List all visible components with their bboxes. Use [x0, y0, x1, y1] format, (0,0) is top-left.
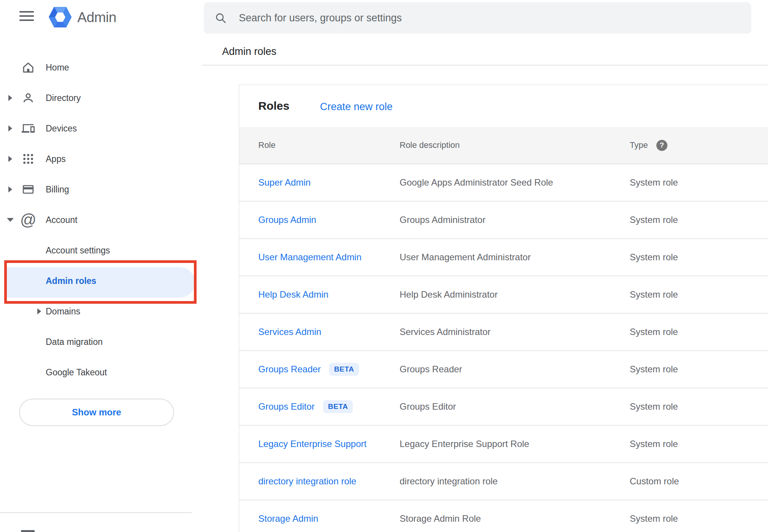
- sidebar-item-label: Devices: [46, 123, 77, 134]
- role-description: Legacy Enterprise Support Role: [400, 439, 630, 449]
- sidebar-item-label: Admin roles: [46, 276, 96, 286]
- table-row: directory integration role directory int…: [239, 463, 768, 500]
- role-link[interactable]: Help Desk Admin: [258, 289, 328, 300]
- cutoff-bottom-icon: [21, 530, 35, 532]
- role-description: directory integration role: [400, 476, 630, 487]
- role-type: System role: [630, 252, 768, 263]
- role-description: Services Administrator: [400, 327, 630, 337]
- table-row: Super Admin Google Apps Administrator Se…: [239, 164, 768, 202]
- role-type: System role: [630, 327, 768, 337]
- search-icon: [214, 12, 227, 24]
- role-type: System role: [630, 289, 768, 300]
- table-row: Help Desk Admin Help Desk Administrator …: [239, 276, 768, 314]
- role-description: Groups Editor: [400, 401, 630, 412]
- role-type: Custom role: [630, 476, 768, 487]
- expand-arrow-icon[interactable]: [37, 308, 41, 314]
- role-description: Storage Admin Role: [400, 513, 630, 524]
- role-link[interactable]: Super Admin: [258, 177, 310, 188]
- table-row: Services Admin Services Administrator Sy…: [239, 314, 768, 351]
- beta-badge: BETA: [329, 363, 359, 376]
- role-link[interactable]: Groups Editor: [258, 401, 315, 412]
- sidebar-item-data-migration[interactable]: Data migration: [0, 327, 202, 357]
- sidebar-item-directory[interactable]: Directory: [0, 83, 202, 113]
- expand-arrow-icon[interactable]: [8, 125, 12, 131]
- admin-logo-icon: [48, 6, 72, 28]
- sidebar-item-domains[interactable]: Domains: [0, 296, 202, 327]
- header-divider: [202, 65, 768, 66]
- sidebar-item-home[interactable]: Home: [0, 52, 202, 83]
- at-sign-icon: @: [21, 213, 35, 227]
- role-link[interactable]: Legacy Enterprise Support: [258, 439, 366, 449]
- role-type: System role: [630, 513, 768, 524]
- role-type: System role: [630, 177, 768, 188]
- sidebar-item-billing[interactable]: Billing: [0, 174, 202, 205]
- sidebar-item-label: Apps: [46, 154, 66, 164]
- roles-card-header: Roles Create new role: [239, 85, 768, 127]
- role-description: Groups Reader: [400, 364, 630, 375]
- expand-arrow-icon[interactable]: [8, 156, 12, 162]
- breadcrumb: Admin roles: [222, 46, 277, 58]
- credit-card-icon: [21, 183, 35, 196]
- sidebar-item-google-takeout[interactable]: Google Takeout: [0, 357, 202, 388]
- role-type: System role: [630, 215, 768, 225]
- sidebar-item-label: Home: [46, 62, 69, 73]
- role-link[interactable]: User Management Admin: [258, 252, 362, 263]
- sidebar-divider: [0, 512, 192, 513]
- column-header-type: Type: [630, 140, 648, 150]
- home-icon: [21, 61, 35, 74]
- role-description: Help Desk Administrator: [400, 289, 630, 300]
- sidebar-item-label: Domains: [46, 306, 80, 317]
- card-title: Roles: [258, 99, 290, 112]
- selected-item-highlight: [7, 267, 195, 298]
- table-row: User Management Admin User Management Ad…: [239, 239, 768, 276]
- hamburger-menu-icon[interactable]: [19, 11, 34, 21]
- sidebar-item-label: Directory: [46, 93, 81, 103]
- role-link[interactable]: Services Admin: [258, 327, 321, 337]
- show-more-label: Show more: [72, 407, 121, 418]
- roles-card: Roles Create new role Role Role descript…: [239, 85, 768, 532]
- table-header-row: Role Role description Type ?: [239, 127, 768, 164]
- role-link[interactable]: Groups Admin: [258, 215, 316, 225]
- sidebar-item-label: Google Takeout: [46, 367, 107, 378]
- search-bar[interactable]: [204, 2, 751, 34]
- beta-badge: BETA: [323, 400, 353, 413]
- sidebar-item-label: Billing: [46, 184, 69, 195]
- person-icon: [21, 91, 35, 105]
- sidebar-item-label: Data migration: [46, 337, 103, 347]
- sidebar-nav: Home Directory Devices: [0, 52, 202, 388]
- sidebar-item-devices[interactable]: Devices: [0, 113, 202, 144]
- role-link[interactable]: Groups Reader: [258, 364, 321, 375]
- sidebar-item-label: Account: [46, 215, 77, 225]
- show-more-button[interactable]: Show more: [19, 399, 174, 426]
- sidebar-item-account[interactable]: @ Account: [0, 205, 202, 235]
- sidebar-item-apps[interactable]: Apps: [0, 144, 202, 174]
- apps-grid-icon: [21, 152, 35, 166]
- brand-row: Admin: [0, 0, 202, 34]
- sidebar: Admin Home Directory: [0, 0, 202, 532]
- devices-icon: [21, 122, 35, 135]
- table-row: Groups Editor BETA Groups Editor System …: [239, 388, 768, 426]
- role-link[interactable]: Storage Admin: [258, 513, 318, 524]
- expand-arrow-icon[interactable]: [8, 95, 12, 101]
- sidebar-item-account-settings[interactable]: Account settings: [0, 235, 202, 266]
- table-row: Storage Admin Storage Admin Role System …: [239, 500, 768, 532]
- role-description: User Management Administrator: [400, 252, 630, 263]
- role-type: System role: [630, 364, 768, 375]
- expand-arrow-icon[interactable]: [8, 186, 12, 192]
- role-link[interactable]: directory integration role: [258, 476, 356, 487]
- role-type: System role: [630, 439, 768, 449]
- table-row: Groups Reader BETA Groups Reader System …: [239, 351, 768, 388]
- help-icon[interactable]: ?: [656, 140, 667, 151]
- search-input[interactable]: [239, 12, 751, 24]
- column-header-role-description: Role description: [400, 140, 630, 150]
- collapse-arrow-icon[interactable]: [7, 218, 14, 222]
- column-header-role: Role: [258, 140, 400, 150]
- create-new-role-link[interactable]: Create new role: [320, 101, 393, 113]
- role-description: Google Apps Administrator Seed Role: [400, 177, 630, 188]
- sidebar-item-label: Account settings: [46, 245, 110, 256]
- table-row: Groups Admin Groups Administrator System…: [239, 202, 768, 239]
- role-description: Groups Administrator: [400, 215, 630, 225]
- table-row: Legacy Enterprise Support Legacy Enterpr…: [239, 426, 768, 463]
- app-title: Admin: [77, 10, 116, 26]
- role-type: System role: [630, 401, 768, 412]
